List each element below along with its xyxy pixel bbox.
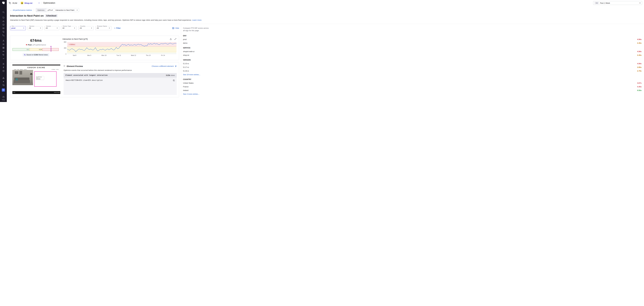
- top-bar: RUM JS Shop.ist ▾ Optimization 1w Past 1…: [7, 0, 215, 6]
- pipelines-icon[interactable]: [2, 34, 5, 37]
- element-preview-title: Element Preview: [67, 65, 83, 67]
- search-icon[interactable]: [2, 10, 5, 14]
- profiler-icon[interactable]: [2, 69, 5, 73]
- tag-row[interactable]: prod 4.56s: [183, 38, 215, 40]
- metrics-icon[interactable]: [2, 19, 5, 23]
- bug-icon[interactable]: [2, 62, 5, 66]
- org-users-icon[interactable]: [2, 39, 5, 43]
- version-filter-dropdown[interactable]: Version All ▼: [44, 26, 59, 30]
- choose-element-link[interactable]: Choose a different element: [152, 65, 177, 67]
- chevron-down-icon: ▼: [56, 27, 58, 29]
- tag-row[interactable]: shopist-web-ui 4.56s: [183, 51, 215, 53]
- export-icon[interactable]: [170, 38, 172, 40]
- chevron-down-icon: ▼: [109, 27, 110, 29]
- see-more-link[interactable]: See 4 more entries...: [183, 93, 215, 95]
- user-avatar[interactable]: [2, 88, 5, 92]
- p75-value: 674ms: [12, 39, 59, 43]
- poor-status-dot: [26, 44, 27, 45]
- metric-select[interactable]: Interaction to Next Paint ▾: [54, 8, 79, 12]
- help-icon: [2, 95, 5, 99]
- expand-icon[interactable]: [174, 38, 176, 40]
- optimize-label: Optimize:: [36, 8, 46, 12]
- workflows-icon[interactable]: [2, 76, 5, 80]
- drag-handle-icon[interactable]: [64, 65, 65, 68]
- page-title: Interaction to Next Paint on /checkout: [10, 14, 215, 17]
- main-column: Env prod ▼ Service All ▼ Version All ▼ D…: [7, 24, 181, 96]
- section-title-env: ENV: [183, 35, 215, 37]
- copy-icon[interactable]: [173, 79, 175, 82]
- session-replay-icon[interactable]: [2, 16, 5, 19]
- percentile-segment: p75 of: [46, 8, 54, 12]
- add-filter-button[interactable]: + Filter: [114, 27, 121, 29]
- gauge-threshold-2: 0.25: [39, 49, 42, 50]
- env-filter-dropdown[interactable]: Env prod ▼: [10, 26, 26, 30]
- tag-row[interactable]: 5.3.5-rc 4.56s: [183, 63, 215, 65]
- page-description: Interaction to Next Paint (INP) measures…: [10, 19, 215, 22]
- tag-row[interactable]: France 4.45s: [183, 86, 215, 88]
- gauge-current-marker: [51, 47, 51, 52]
- swap-icon: [175, 65, 177, 67]
- section-title-version: VERSION: [183, 59, 215, 61]
- slo-icon[interactable]: [2, 57, 5, 60]
- page-name: Optimization: [43, 2, 55, 4]
- infrastructure-icon[interactable]: [2, 43, 5, 46]
- tags-icon[interactable]: [2, 53, 5, 57]
- section-title-service: SERVICE: [183, 47, 215, 49]
- back-arrow-icon: ←: [10, 9, 12, 11]
- javascript-badge-icon: JS: [21, 2, 23, 4]
- gauge-bad-segment: [42, 48, 59, 51]
- element-views: 3.21k views: [166, 74, 175, 76]
- ai-sparkle-icon[interactable]: [2, 80, 5, 83]
- browser-name-filter-dropdown[interactable]: Browser Name All ▼: [96, 26, 112, 30]
- sidebar-help[interactable]: Help: [2, 95, 5, 101]
- chevron-down-icon: ▼: [91, 27, 92, 29]
- filtered-views-badge: Based on 5.54k filtered views: [23, 53, 49, 56]
- tag-row[interactable]: demo 2.45s: [183, 42, 215, 44]
- chevron-down-icon[interactable]: ▾: [38, 2, 40, 4]
- learn-more-link[interactable]: Learn more: [192, 19, 202, 21]
- section-title-country: COUNTRY: [183, 79, 215, 80]
- tag-row[interactable]: shop.ist 2.45s: [183, 54, 215, 56]
- optimize-control: Optimize: p75 of Interaction to Next Pai…: [36, 8, 79, 12]
- inp-score-card: 674ms Poor p75 performance 0.1 0.25: [10, 36, 179, 60]
- chevron-down-icon: ▾: [77, 9, 78, 11]
- performance-gauge: 0.1 0.25: [12, 48, 59, 51]
- see-more-link[interactable]: See 19 more entries...: [183, 74, 215, 76]
- chart-title: Interaction to Next Paint (p75): [62, 38, 88, 40]
- filter-bar: Env prod ▼ Service All ▼ Version All ▼ D…: [10, 24, 179, 30]
- chevron-down-icon: ▼: [74, 27, 75, 29]
- hide-panel-button[interactable]: Hide: [172, 27, 179, 29]
- country-filter-dropdown[interactable]: Country All ▼: [78, 26, 94, 30]
- service-selector-value[interactable]: Shop.ist: [24, 2, 32, 4]
- tag-row[interactable]: United States 4.67s: [183, 82, 215, 84]
- element-preview-card: COUCH CACHE CHAIRSSOFAS BEDDINGLIGHTING …: [10, 62, 179, 97]
- service-filter-dropdown[interactable]: Service All ▼: [28, 26, 42, 30]
- dashboards-icon[interactable]: [2, 46, 5, 50]
- element-preview-image: COUCH CACHE CHAIRSSOFAS BEDDINGLIGHTING …: [12, 65, 60, 94]
- element-table: Element associated with longest interact…: [64, 73, 177, 95]
- error-tracking-icon[interactable]: [2, 66, 5, 69]
- inp-trend-chart: Interaction to Next Paint (p75) > 500ms …: [62, 36, 179, 60]
- threshold-chip: > 500ms: [68, 44, 76, 46]
- tag-row[interactable]: Ireland 0.55s: [183, 89, 215, 91]
- score-summary: 674ms Poor p75 performance 0.1 0.25: [10, 36, 62, 60]
- compare-panel: Compare P75 INP scores across all tags f…: [181, 24, 215, 96]
- watchdog-icon[interactable]: [2, 23, 5, 26]
- binoculars-icon[interactable]: [2, 26, 5, 30]
- integrations-icon[interactable]: [2, 50, 5, 53]
- back-link[interactable]: ← All performance metrics: [10, 9, 32, 11]
- tag-row[interactable]: 5.3.6-rc 2.79s: [183, 70, 215, 72]
- plus-icon: +: [114, 27, 115, 29]
- product-name[interactable]: RUM: [12, 2, 17, 4]
- datadog-logo[interactable]: [1, 1, 6, 5]
- rating-suffix: p75 performance: [32, 44, 46, 46]
- service-catalog-icon[interactable]: [2, 30, 5, 34]
- chart-plot-area[interactable]: > 500ms 0400800 Sat 8Mar 9Mon 10Tue 11We…: [67, 42, 176, 54]
- tag-row[interactable]: 5.3.7-rc 2.85s: [183, 66, 215, 68]
- collapse-panel-icon: [172, 27, 174, 29]
- rum-app-icon: [9, 2, 11, 4]
- compare-intro: Compare P75 INP scores across all tags f…: [183, 27, 210, 32]
- cases-icon[interactable]: [2, 83, 5, 87]
- device-type-filter-dropdown[interactable]: Device Type All ▼: [61, 26, 77, 30]
- element-preview-description: Optimize events that occurred before thi…: [64, 69, 177, 71]
